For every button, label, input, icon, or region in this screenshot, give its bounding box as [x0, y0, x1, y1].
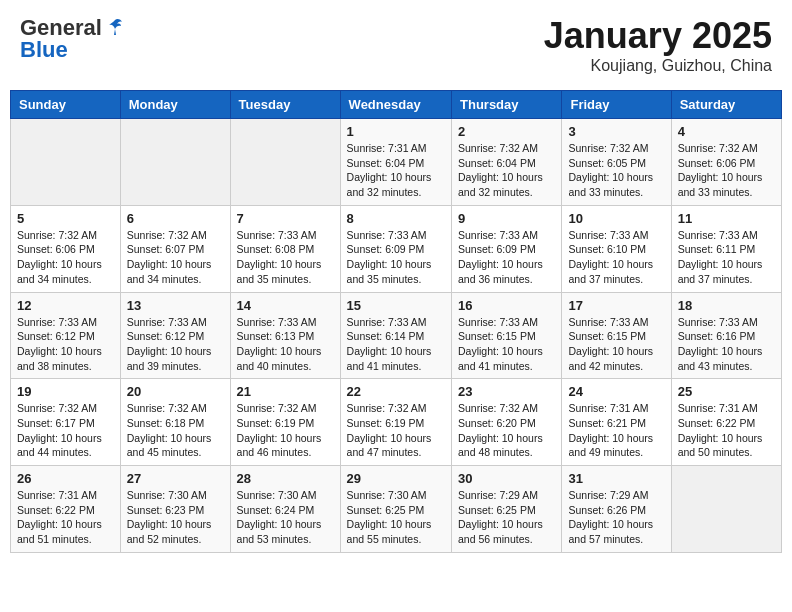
day-info: Sunrise: 7:33 AM Sunset: 6:14 PM Dayligh… [347, 315, 445, 374]
calendar-day-cell: 26Sunrise: 7:31 AM Sunset: 6:22 PM Dayli… [11, 466, 121, 553]
title-block: January 2025 Koujiang, Guizhou, China [544, 15, 772, 75]
calendar-day-cell: 12Sunrise: 7:33 AM Sunset: 6:12 PM Dayli… [11, 292, 121, 379]
day-number: 2 [458, 124, 555, 139]
weekday-header-wednesday: Wednesday [340, 91, 451, 119]
location-label: Koujiang, Guizhou, China [544, 57, 772, 75]
day-number: 23 [458, 384, 555, 399]
weekday-header-sunday: Sunday [11, 91, 121, 119]
calendar-day-cell: 3Sunrise: 7:32 AM Sunset: 6:05 PM Daylig… [562, 119, 671, 206]
page-header: General Blue January 2025 Koujiang, Guiz… [10, 10, 782, 80]
calendar-day-cell: 2Sunrise: 7:32 AM Sunset: 6:04 PM Daylig… [452, 119, 562, 206]
calendar-day-cell: 5Sunrise: 7:32 AM Sunset: 6:06 PM Daylig… [11, 205, 121, 292]
calendar-week-row: 1Sunrise: 7:31 AM Sunset: 6:04 PM Daylig… [11, 119, 782, 206]
day-number: 15 [347, 298, 445, 313]
calendar-day-cell: 16Sunrise: 7:33 AM Sunset: 6:15 PM Dayli… [452, 292, 562, 379]
calendar-week-row: 26Sunrise: 7:31 AM Sunset: 6:22 PM Dayli… [11, 466, 782, 553]
day-number: 6 [127, 211, 224, 226]
day-number: 13 [127, 298, 224, 313]
day-number: 3 [568, 124, 664, 139]
calendar-day-cell: 29Sunrise: 7:30 AM Sunset: 6:25 PM Dayli… [340, 466, 451, 553]
day-number: 31 [568, 471, 664, 486]
calendar-day-cell: 25Sunrise: 7:31 AM Sunset: 6:22 PM Dayli… [671, 379, 781, 466]
day-number: 22 [347, 384, 445, 399]
calendar-day-cell: 9Sunrise: 7:33 AM Sunset: 6:09 PM Daylig… [452, 205, 562, 292]
calendar-day-cell: 19Sunrise: 7:32 AM Sunset: 6:17 PM Dayli… [11, 379, 121, 466]
weekday-header-thursday: Thursday [452, 91, 562, 119]
calendar-day-cell: 4Sunrise: 7:32 AM Sunset: 6:06 PM Daylig… [671, 119, 781, 206]
calendar-week-row: 5Sunrise: 7:32 AM Sunset: 6:06 PM Daylig… [11, 205, 782, 292]
day-info: Sunrise: 7:31 AM Sunset: 6:22 PM Dayligh… [678, 401, 775, 460]
calendar-day-cell: 22Sunrise: 7:32 AM Sunset: 6:19 PM Dayli… [340, 379, 451, 466]
calendar-day-cell: 31Sunrise: 7:29 AM Sunset: 6:26 PM Dayli… [562, 466, 671, 553]
day-info: Sunrise: 7:29 AM Sunset: 6:26 PM Dayligh… [568, 488, 664, 547]
logo-bird-icon [104, 17, 126, 39]
weekday-header-tuesday: Tuesday [230, 91, 340, 119]
day-info: Sunrise: 7:31 AM Sunset: 6:04 PM Dayligh… [347, 141, 445, 200]
calendar-day-cell [120, 119, 230, 206]
calendar-day-cell: 20Sunrise: 7:32 AM Sunset: 6:18 PM Dayli… [120, 379, 230, 466]
day-info: Sunrise: 7:33 AM Sunset: 6:09 PM Dayligh… [458, 228, 555, 287]
day-info: Sunrise: 7:33 AM Sunset: 6:15 PM Dayligh… [568, 315, 664, 374]
day-number: 12 [17, 298, 114, 313]
calendar-day-cell: 13Sunrise: 7:33 AM Sunset: 6:12 PM Dayli… [120, 292, 230, 379]
weekday-header-row: SundayMondayTuesdayWednesdayThursdayFrid… [11, 91, 782, 119]
day-number: 30 [458, 471, 555, 486]
calendar-day-cell: 11Sunrise: 7:33 AM Sunset: 6:11 PM Dayli… [671, 205, 781, 292]
calendar-week-row: 12Sunrise: 7:33 AM Sunset: 6:12 PM Dayli… [11, 292, 782, 379]
day-number: 10 [568, 211, 664, 226]
day-info: Sunrise: 7:33 AM Sunset: 6:10 PM Dayligh… [568, 228, 664, 287]
calendar-day-cell: 23Sunrise: 7:32 AM Sunset: 6:20 PM Dayli… [452, 379, 562, 466]
calendar-day-cell [11, 119, 121, 206]
day-info: Sunrise: 7:31 AM Sunset: 6:21 PM Dayligh… [568, 401, 664, 460]
day-info: Sunrise: 7:31 AM Sunset: 6:22 PM Dayligh… [17, 488, 114, 547]
calendar-day-cell: 1Sunrise: 7:31 AM Sunset: 6:04 PM Daylig… [340, 119, 451, 206]
calendar-day-cell: 30Sunrise: 7:29 AM Sunset: 6:25 PM Dayli… [452, 466, 562, 553]
day-number: 28 [237, 471, 334, 486]
day-info: Sunrise: 7:33 AM Sunset: 6:15 PM Dayligh… [458, 315, 555, 374]
calendar-day-cell [230, 119, 340, 206]
calendar-day-cell: 8Sunrise: 7:33 AM Sunset: 6:09 PM Daylig… [340, 205, 451, 292]
calendar-day-cell: 18Sunrise: 7:33 AM Sunset: 6:16 PM Dayli… [671, 292, 781, 379]
day-number: 29 [347, 471, 445, 486]
day-number: 16 [458, 298, 555, 313]
day-info: Sunrise: 7:32 AM Sunset: 6:17 PM Dayligh… [17, 401, 114, 460]
day-number: 5 [17, 211, 114, 226]
day-info: Sunrise: 7:32 AM Sunset: 6:07 PM Dayligh… [127, 228, 224, 287]
day-info: Sunrise: 7:33 AM Sunset: 6:11 PM Dayligh… [678, 228, 775, 287]
day-info: Sunrise: 7:33 AM Sunset: 6:09 PM Dayligh… [347, 228, 445, 287]
day-number: 18 [678, 298, 775, 313]
day-number: 27 [127, 471, 224, 486]
day-info: Sunrise: 7:30 AM Sunset: 6:25 PM Dayligh… [347, 488, 445, 547]
day-info: Sunrise: 7:32 AM Sunset: 6:19 PM Dayligh… [237, 401, 334, 460]
day-number: 20 [127, 384, 224, 399]
day-number: 19 [17, 384, 114, 399]
logo: General Blue [20, 15, 126, 63]
day-number: 9 [458, 211, 555, 226]
day-info: Sunrise: 7:33 AM Sunset: 6:08 PM Dayligh… [237, 228, 334, 287]
day-info: Sunrise: 7:32 AM Sunset: 6:19 PM Dayligh… [347, 401, 445, 460]
day-number: 4 [678, 124, 775, 139]
calendar-day-cell: 17Sunrise: 7:33 AM Sunset: 6:15 PM Dayli… [562, 292, 671, 379]
day-info: Sunrise: 7:32 AM Sunset: 6:04 PM Dayligh… [458, 141, 555, 200]
day-info: Sunrise: 7:32 AM Sunset: 6:18 PM Dayligh… [127, 401, 224, 460]
calendar-day-cell: 28Sunrise: 7:30 AM Sunset: 6:24 PM Dayli… [230, 466, 340, 553]
calendar-day-cell: 27Sunrise: 7:30 AM Sunset: 6:23 PM Dayli… [120, 466, 230, 553]
calendar-day-cell: 10Sunrise: 7:33 AM Sunset: 6:10 PM Dayli… [562, 205, 671, 292]
calendar-day-cell: 14Sunrise: 7:33 AM Sunset: 6:13 PM Dayli… [230, 292, 340, 379]
day-number: 7 [237, 211, 334, 226]
calendar-day-cell [671, 466, 781, 553]
day-number: 11 [678, 211, 775, 226]
day-info: Sunrise: 7:32 AM Sunset: 6:06 PM Dayligh… [678, 141, 775, 200]
day-number: 24 [568, 384, 664, 399]
day-info: Sunrise: 7:33 AM Sunset: 6:12 PM Dayligh… [17, 315, 114, 374]
day-info: Sunrise: 7:32 AM Sunset: 6:05 PM Dayligh… [568, 141, 664, 200]
day-info: Sunrise: 7:33 AM Sunset: 6:16 PM Dayligh… [678, 315, 775, 374]
calendar-day-cell: 15Sunrise: 7:33 AM Sunset: 6:14 PM Dayli… [340, 292, 451, 379]
logo-blue-text: Blue [20, 37, 68, 63]
calendar-table: SundayMondayTuesdayWednesdayThursdayFrid… [10, 90, 782, 553]
day-info: Sunrise: 7:32 AM Sunset: 6:06 PM Dayligh… [17, 228, 114, 287]
calendar-day-cell: 6Sunrise: 7:32 AM Sunset: 6:07 PM Daylig… [120, 205, 230, 292]
month-title: January 2025 [544, 15, 772, 57]
day-number: 17 [568, 298, 664, 313]
day-number: 25 [678, 384, 775, 399]
